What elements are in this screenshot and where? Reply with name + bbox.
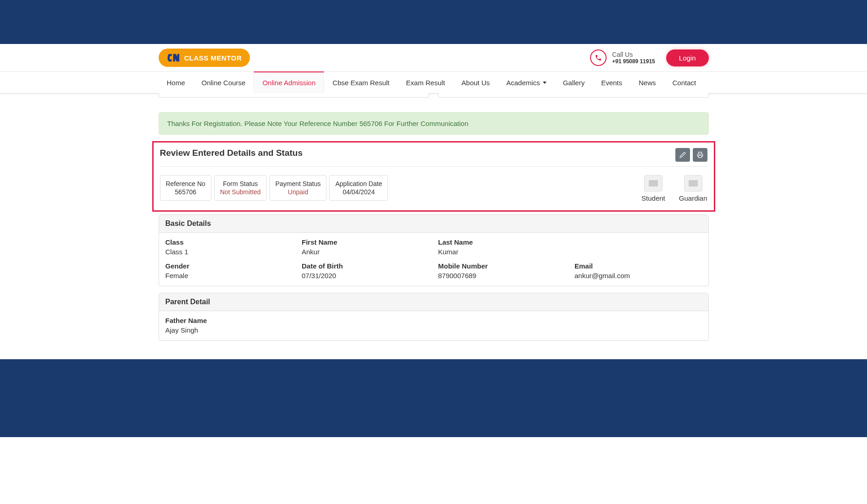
application-date-card: Application Date 04/04/2024 [329,175,388,201]
call-us-label: Call Us [612,51,655,58]
first-name-value: Ankur [302,248,429,256]
basic-details-heading: Basic Details [159,215,708,233]
nav-events[interactable]: Events [593,72,630,93]
form-status-card: Form Status Not Submitted [214,175,267,201]
photo-group: Student Guardian [641,175,707,202]
logo[interactable]: CLASS MENTOR [159,49,250,67]
review-title: Review Entered Details and Status [160,148,303,158]
edit-icon [679,152,686,158]
nav-contact[interactable]: Contact [664,72,705,93]
review-panel: Review Entered Details and Status Refere… [152,141,715,212]
content-strip [159,93,709,98]
call-us-number: +91 95089 11915 [612,58,655,65]
mobile-label: Mobile Number [438,262,566,270]
print-button[interactable] [693,148,707,162]
parent-detail-heading: Parent Detail [159,293,708,311]
bottom-banner [0,359,867,437]
login-button[interactable]: Login [666,49,709,66]
student-photo-label: Student [641,194,665,202]
guardian-photo-card: Guardian [679,175,707,202]
payment-status-label: Payment Status [276,180,321,187]
mobile-value: 8790007689 [438,272,566,279]
chevron-down-icon [543,82,547,84]
nav-cbse-exam-result[interactable]: Cbse Exam Result [324,72,398,93]
nav-online-admission[interactable]: Online Admission [254,71,324,93]
success-alert: Thanks For Registration. Please Note You… [159,112,709,135]
nav-news[interactable]: News [630,72,664,93]
edit-button[interactable] [675,148,690,162]
student-photo-card: Student [641,175,665,202]
first-name-label: First Name [302,238,429,246]
logo-text: CLASS MENTOR [184,54,242,62]
header-bar: CLASS MENTOR Call Us +91 95089 11915 Log… [0,44,867,72]
reference-value: 565706 [166,188,205,196]
application-date-value: 04/04/2024 [335,188,382,196]
gender-value: Female [166,272,293,279]
nav-academics-label: Academics [506,79,540,87]
payment-status-card: Payment Status Unpaid [270,175,327,201]
phone-icon [590,49,607,66]
father-name-value: Ajay Singh [166,326,293,334]
father-name-label: Father Name [166,317,293,324]
email-label: Email [574,262,702,270]
application-date-label: Application Date [335,180,382,187]
guardian-photo-label: Guardian [679,194,707,202]
nav-about-us[interactable]: About Us [453,72,498,93]
print-icon [697,152,703,158]
reference-no-card: Reference No 565706 [160,175,211,201]
dob-label: Date of Birth [302,262,429,270]
last-name-label: Last Name [438,238,566,246]
student-photo-placeholder [644,175,663,192]
strip-box [159,93,429,98]
nav-home[interactable]: Home [159,72,193,93]
nav-academics[interactable]: Academics [498,72,554,93]
main-nav: Home Online Course Online Admission Cbse… [0,72,867,93]
svg-rect-0 [698,155,701,158]
form-status-value: Not Submitted [220,188,261,196]
logo-icon [167,52,181,63]
nav-online-course[interactable]: Online Course [193,72,254,93]
last-name-value: Kumar [438,248,566,256]
reference-label: Reference No [166,180,205,187]
gender-label: Gender [166,262,293,270]
form-status-label: Form Status [220,180,261,187]
parent-detail-panel: Parent Detail Father Name Ajay Singh [159,293,709,341]
call-us-block: Call Us +91 95089 11915 [590,49,655,66]
nav-exam-result[interactable]: Exam Result [398,72,453,93]
nav-gallery[interactable]: Gallery [555,72,593,93]
payment-status-value: Unpaid [276,188,321,196]
status-group: Reference No 565706 Form Status Not Subm… [160,175,388,201]
top-banner [0,0,867,44]
class-label: Class [166,238,293,246]
email-value: ankur@gmail.com [574,272,702,279]
guardian-photo-placeholder [684,175,702,192]
strip-box [438,93,709,98]
basic-details-panel: Basic Details Class Class 1 First Name A… [159,214,709,286]
class-value: Class 1 [166,248,293,256]
dob-value: 07/31/2020 [302,272,429,279]
